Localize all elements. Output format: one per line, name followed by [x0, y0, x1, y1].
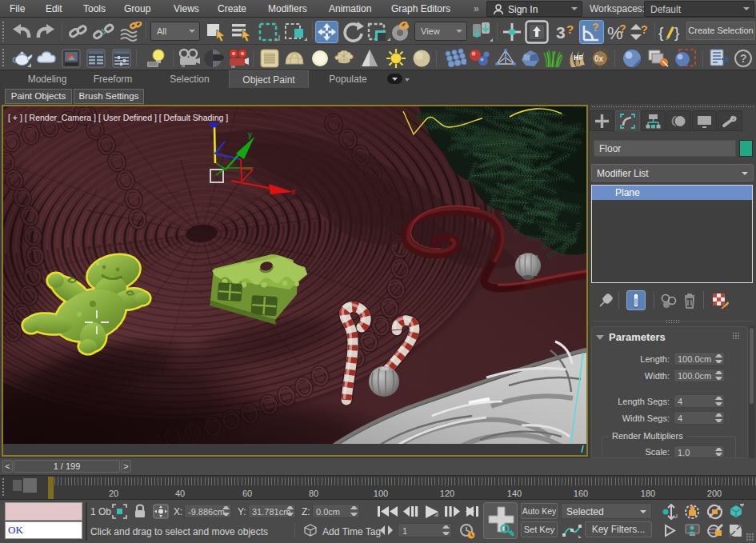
svg-text:[ + ] [ Render_Camera ] [ User: [ + ] [ Render_Camera ] [ User Defined ]… — [8, 113, 228, 122]
svg-text:{: { — [658, 24, 664, 41]
svg-text:?: ? — [592, 21, 599, 34]
svg-text:160: 160 — [574, 489, 588, 498]
svg-text:60: 60 — [242, 489, 252, 498]
svg-text:40: 40 — [175, 489, 185, 498]
svg-text:3: 3 — [556, 23, 566, 42]
svg-text:y: y — [248, 130, 252, 139]
svg-text:100: 100 — [374, 489, 388, 498]
svg-text:0x: 0x — [594, 54, 604, 63]
svg-text:HF: HF — [574, 54, 583, 62]
svg-text:200: 200 — [707, 489, 722, 498]
svg-text:120: 120 — [440, 489, 454, 498]
svg-text:?: ? — [740, 52, 747, 65]
svg-text:?: ? — [619, 22, 626, 35]
svg-text:?: ? — [566, 22, 574, 36]
svg-text:180: 180 — [641, 489, 655, 498]
svg-text:80: 80 — [309, 489, 318, 498]
svg-text:x: x — [291, 187, 295, 196]
svg-text:140: 140 — [507, 489, 522, 498]
svg-text:}: } — [674, 24, 679, 41]
svg-text:20: 20 — [109, 489, 118, 498]
svg-text:?: ? — [641, 23, 648, 36]
